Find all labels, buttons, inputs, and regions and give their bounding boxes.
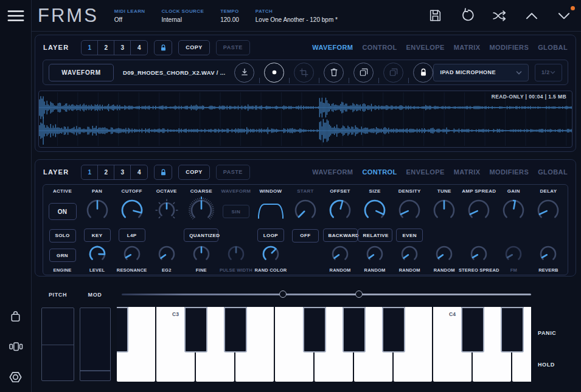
hold-button[interactable]: HOLD [538, 362, 555, 368]
layer-tab-3[interactable]: 3 [114, 41, 131, 55]
knob-pulse-width[interactable] [224, 242, 248, 269]
quantized-button[interactable]: QUANTIZED [184, 229, 218, 242]
layer-lock-button[interactable] [154, 40, 172, 55]
layer-tab-1[interactable]: 1 [82, 165, 98, 179]
knob-stereo-spread[interactable] [467, 242, 491, 269]
knob-coarse[interactable] [187, 196, 216, 227]
knob-octave[interactable] [155, 198, 179, 225]
paste-button[interactable]: PASTE [216, 40, 250, 55]
knob-random[interactable] [328, 242, 352, 269]
knob-fm[interactable] [501, 242, 526, 269]
black-key-g-3[interactable] [343, 307, 366, 352]
knob-delay[interactable] [534, 196, 563, 227]
layer-tab-3[interactable]: 3 [114, 165, 131, 179]
grn-button[interactable]: GRN [49, 249, 76, 262]
nav-tab-waveform[interactable]: WAVEFORM [312, 168, 353, 176]
waveform-display[interactable]: READ-ONLY | 00:04 | 1.5 MB [38, 91, 572, 148]
knob-cutoff[interactable] [117, 196, 147, 227]
knob-amp-spread[interactable] [464, 196, 493, 227]
layer-tab-4[interactable]: 4 [131, 41, 147, 55]
pitch-wheel[interactable] [41, 308, 74, 381]
waveform-source-button[interactable]: WAVEFORM [49, 64, 114, 81]
collapse-down-icon[interactable] [555, 7, 572, 24]
copy-button[interactable]: COPY [178, 40, 210, 55]
save-icon[interactable] [426, 7, 444, 24]
black-key-f-3[interactable] [303, 307, 326, 352]
settings-hex-icon[interactable] [7, 368, 25, 386]
keyboard-range-slider[interactable] [122, 294, 531, 295]
layer-lock-button[interactable] [154, 165, 172, 180]
crop-icon[interactable] [294, 63, 314, 83]
import-icon[interactable] [234, 63, 254, 83]
black-key-d-3[interactable] [224, 307, 247, 352]
nav-tab-waveform[interactable]: WAVEFORM [312, 44, 353, 51]
undo-icon[interactable] [459, 7, 476, 24]
lock-icon[interactable] [413, 63, 433, 83]
knob-size[interactable] [360, 196, 389, 227]
field-value[interactable]: 120.00 [220, 16, 239, 23]
knob-random[interactable] [397, 242, 422, 269]
sample-page-select[interactable]: 1/2 [535, 64, 562, 81]
delete-icon[interactable] [324, 63, 344, 83]
nav-tab-envelope[interactable]: ENVELOPE [406, 44, 445, 51]
knob-random[interactable] [432, 242, 456, 269]
even-button[interactable]: EVEN [396, 229, 423, 242]
nav-tab-control[interactable]: CONTROL [362, 168, 397, 176]
nav-tab-global[interactable]: GLOBAL [538, 44, 568, 51]
mod-wheel[interactable] [80, 308, 111, 381]
off-button[interactable]: OFF [292, 229, 319, 242]
layer-tab-2[interactable]: 2 [98, 41, 114, 55]
backward-button[interactable]: BACKWARD [323, 229, 358, 242]
copy-button[interactable]: COPY [178, 165, 210, 180]
knob-resonance[interactable] [120, 242, 144, 269]
loop-button[interactable]: LOOP [257, 229, 284, 242]
layer-tab-1[interactable]: 1 [82, 41, 98, 55]
nav-tab-matrix[interactable]: MATRIX [454, 168, 481, 176]
field-value[interactable]: Internal [162, 16, 204, 23]
knob-level[interactable] [85, 242, 110, 269]
record-icon[interactable] [264, 63, 284, 83]
sin-button[interactable]: SIN [223, 205, 249, 218]
relative-button[interactable]: RELATIVE [358, 229, 392, 242]
nav-tab-modifiers[interactable]: MODIFIERS [489, 168, 529, 176]
panic-button[interactable]: PANIC [538, 330, 556, 336]
paste-button[interactable]: PASTE [216, 165, 250, 180]
devices-icon[interactable] [7, 337, 25, 356]
sample-filename[interactable]: D09_RHODES_CHORD_X2.WAV / ... [123, 69, 225, 76]
field-value[interactable]: Off [114, 16, 145, 23]
knob-density[interactable] [395, 196, 424, 227]
layer-tab-4[interactable]: 4 [131, 165, 147, 179]
paste-icon[interactable] [383, 63, 403, 83]
knob-random[interactable] [363, 242, 387, 269]
nav-tab-control[interactable]: CONTROL [362, 44, 397, 51]
solo-button[interactable]: SOLO [49, 229, 76, 242]
knob-start[interactable] [291, 196, 320, 227]
knob-rand-color[interactable] [259, 242, 283, 269]
black-key-a-3[interactable] [382, 307, 405, 352]
black-key-c-3[interactable] [184, 307, 207, 352]
randomize-icon[interactable] [491, 7, 508, 24]
black-key-a-2[interactable] [117, 307, 128, 352]
range-handle-2[interactable] [355, 291, 363, 298]
key-button[interactable]: KEY [84, 229, 111, 242]
on-button[interactable]: ON [49, 203, 77, 220]
nav-tab-matrix[interactable]: MATRIX [454, 44, 481, 51]
collapse-up-icon[interactable] [523, 7, 540, 24]
knob-pan[interactable] [83, 196, 112, 227]
knob-gain[interactable] [499, 196, 528, 227]
nav-tab-envelope[interactable]: ENVELOPE [406, 168, 445, 176]
knob-eg2[interactable] [155, 242, 179, 269]
l4p-button[interactable]: L4P [119, 229, 145, 242]
knob-fine[interactable] [189, 242, 214, 269]
layer-tab-2[interactable]: 2 [98, 165, 114, 179]
store-bag-icon[interactable] [7, 307, 25, 325]
black-key-c-4[interactable] [461, 307, 484, 352]
nav-tab-modifiers[interactable]: MODIFIERS [489, 44, 529, 51]
knob-reverb[interactable] [536, 242, 560, 269]
field-value[interactable]: Love One Another - 120 bpm * [256, 16, 338, 23]
copy-icon[interactable] [353, 63, 374, 83]
input-device-select[interactable]: IPAD MICROPHONE [433, 64, 528, 81]
knob-offset[interactable] [325, 196, 355, 227]
menu-icon[interactable] [5, 7, 27, 25]
range-handle-1[interactable] [279, 291, 287, 298]
